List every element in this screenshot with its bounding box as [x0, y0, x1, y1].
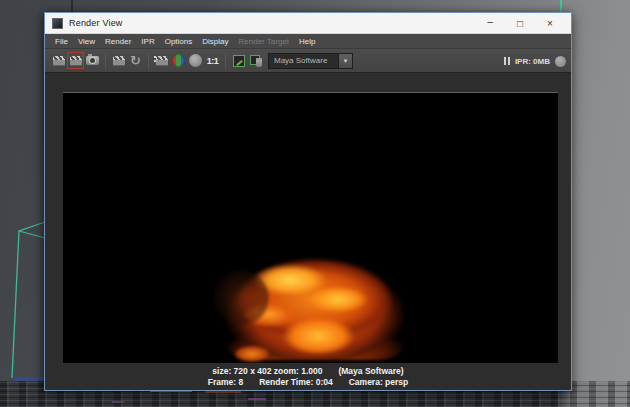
menu-help[interactable]: Help: [294, 37, 320, 46]
render-current-frame-button[interactable]: [50, 52, 67, 69]
status-row-1: size: 720 x 402 zoom: 1.000 (Maya Softwa…: [212, 366, 403, 376]
close-button[interactable]: ×: [535, 13, 565, 34]
clapperboard-icon: [113, 56, 125, 66]
chevron-down-icon[interactable]: ▼: [338, 53, 353, 69]
pause-ipr-button[interactable]: [504, 57, 510, 65]
close-icon: ×: [547, 18, 553, 29]
maximize-button[interactable]: □: [505, 13, 535, 34]
background-wire-line: [560, 0, 562, 12]
toolbar-separator: [225, 53, 226, 69]
clapperboard-dots-icon: [156, 56, 168, 66]
menu-render[interactable]: Render: [100, 37, 136, 46]
toolbar-right-group: IPR: 0MB: [504, 49, 566, 73]
refresh-ipr-button[interactable]: ↻: [127, 52, 144, 69]
toolbar-separator: [148, 53, 149, 69]
display-alpha-channel-button[interactable]: [187, 52, 204, 69]
redo-previous-render-button[interactable]: [67, 52, 84, 69]
status-bar: size: 720 x 402 zoom: 1.000 (Maya Softwa…: [45, 363, 571, 390]
display-rgb-channels-button[interactable]: [170, 52, 187, 69]
pause-icon: [508, 57, 510, 65]
render-content-area: [45, 73, 571, 363]
minimize-button[interactable]: –: [475, 13, 505, 34]
rgb-circle-icon: [172, 54, 185, 67]
alpha-circle-icon: [189, 54, 202, 67]
ground-speck-purple: [248, 398, 266, 400]
keep-image-icon: [233, 55, 245, 67]
render-canvas[interactable]: [63, 92, 558, 363]
status-row-2: Frame: 8 Render Time: 0:04 Camera: persp: [208, 377, 409, 387]
remove-image-icon: [250, 55, 262, 67]
render-time-label: Render Time: 0:04: [259, 377, 333, 387]
pause-icon: [504, 57, 506, 65]
menu-options[interactable]: Options: [160, 37, 198, 46]
renderer-name-label: (Maya Software): [338, 366, 403, 376]
ipr-render-button[interactable]: [110, 52, 127, 69]
clapperboard-icon: [70, 56, 82, 66]
renderer-dropdown[interactable]: Maya Software ▼: [268, 53, 353, 69]
frame-label: Frame: 8: [208, 377, 243, 387]
renderer-dropdown-value[interactable]: Maya Software: [268, 53, 338, 69]
titlebar[interactable]: Render View – □ ×: [45, 13, 571, 34]
render-view-app-icon: [52, 18, 63, 29]
menu-file[interactable]: File: [50, 37, 73, 46]
refresh-icon: ↻: [130, 54, 141, 67]
keep-image-button[interactable]: [230, 52, 247, 69]
camera-icon: [86, 56, 99, 65]
ipr-memory-label: IPR: 0MB: [515, 57, 550, 66]
remove-image-button[interactable]: [247, 52, 264, 69]
fire-explosion-render: [227, 252, 403, 360]
menu-ipr[interactable]: IPR: [136, 37, 159, 46]
menu-view[interactable]: View: [73, 37, 100, 46]
menu-bar: File View Render IPR Options Display Ren…: [45, 34, 571, 49]
real-size-button[interactable]: 1:1: [204, 52, 221, 69]
window-title: Render View: [69, 18, 123, 28]
minimize-icon: –: [487, 16, 493, 27]
size-zoom-label: size: 720 x 402 zoom: 1.000: [212, 366, 322, 376]
region-render-button[interactable]: [153, 52, 170, 69]
one-to-one-icon: 1:1: [207, 56, 219, 66]
background-edge-line: [71, 0, 73, 12]
window-controls: – □ ×: [475, 13, 565, 34]
toolbar-separator: [105, 53, 106, 69]
render-view-window: Render View – □ × File View Render IPR O…: [44, 12, 572, 391]
snapshot-button[interactable]: [84, 52, 101, 69]
menu-render-target: Render Target: [234, 37, 295, 46]
render-status-indicator-icon: [555, 56, 566, 67]
clapperboard-icon: [53, 56, 65, 66]
toolbar: ↻ 1:1 Maya Software ▼ IPR: 0MB: [45, 49, 571, 73]
camera-label: Camera: persp: [349, 377, 409, 387]
ground-speck-purple-2: [112, 401, 124, 403]
maximize-icon: □: [517, 18, 523, 29]
menu-display[interactable]: Display: [197, 37, 233, 46]
